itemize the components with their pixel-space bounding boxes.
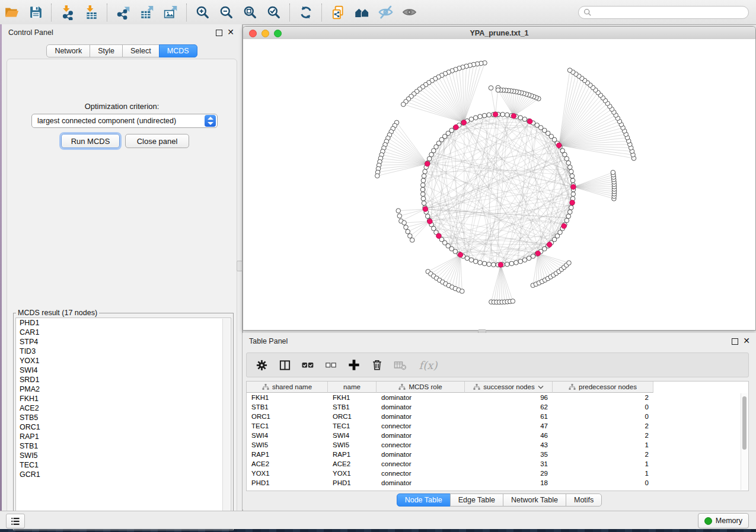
table-row[interactable]: YOX1YOX1connector291 [247,469,748,478]
mcds-result-item[interactable]: STB5 [16,413,231,422]
zoom-fit-button[interactable] [238,2,262,23]
panel-splitter-handle[interactable] [237,261,243,271]
mcds-result-item[interactable]: ORC1 [16,422,231,432]
refresh-view-button[interactable] [294,2,318,23]
search-box[interactable] [578,6,749,19]
show-tasks-button[interactable] [6,514,25,528]
tab-mcds[interactable]: MCDS [159,44,197,57]
close-window-icon[interactable] [249,30,257,37]
mcds-result-item[interactable]: RAP1 [16,432,231,441]
network-window-titlebar[interactable]: YPA_prune.txt_1 [243,27,755,40]
mcds-result-item[interactable]: SWI5 [16,451,231,460]
export-image-button[interactable] [159,2,183,23]
mcds-result-item[interactable]: STB1 [16,441,231,451]
mcds-result-list[interactable]: PHD1CAR1STP4TID3YOX1SWI4SRD1PMA2FKH1ACE2… [15,318,231,528]
hide-selected-button[interactable] [374,2,397,23]
column-header-label: name [343,383,361,390]
column-header-label: predecessor nodes [579,383,637,390]
mcds-result-item[interactable]: ACE2 [16,403,231,413]
mcds-result-item[interactable]: PHD1 [16,318,231,328]
select-all-button[interactable] [300,357,315,373]
table-row[interactable]: SWI4SWI4dominator462 [247,431,748,440]
zoom-out-button[interactable] [215,2,238,23]
table-row[interactable]: ACE2ACE2connector311 [247,459,748,469]
table-row[interactable]: RAP1RAP1dominator352 [247,450,748,459]
zoom-in-button[interactable] [191,2,215,23]
save-session-button[interactable] [24,2,47,23]
import-table-button[interactable] [79,2,103,23]
float-panel-icon[interactable] [732,338,738,345]
function-builder-button[interactable]: f(x) [416,357,441,373]
run-mcds-button[interactable]: Run MCDS [61,134,120,148]
import-network-button[interactable] [56,2,79,23]
mcds-result-item[interactable]: YOX1 [16,356,231,366]
mcds-result-items: PHD1CAR1STP4TID3YOX1SWI4SRD1PMA2FKH1ACE2… [16,318,231,479]
mcds-result-item[interactable]: SRD1 [16,375,231,384]
node-table-header: shared namenameMCDS rolesuccessor nodesp… [247,382,748,393]
maximize-window-icon[interactable] [274,30,282,37]
cell-name: STB1 [328,403,377,411]
mcds-result-item[interactable]: TID3 [16,347,231,356]
table-scrollbar-thumb[interactable] [742,396,747,450]
first-neighbors-button[interactable] [350,2,374,23]
mcds-result-item[interactable]: FKH1 [16,394,231,403]
column-browser-button[interactable] [277,357,292,373]
tab-motifs[interactable]: Motifs [566,493,602,507]
column-header[interactable]: predecessor nodes [553,382,653,393]
network-canvas[interactable] [243,39,755,330]
import-table-icon [84,5,99,20]
add-column-button[interactable] [346,357,362,373]
table-row[interactable]: SWI5SWI5connector431 [247,440,748,450]
zoom-out-icon [219,5,234,20]
zoom-selected-button[interactable] [262,2,286,23]
table-row[interactable]: TEC1TEC1connector472 [247,421,748,431]
mcds-result-item[interactable]: CAR1 [16,328,231,337]
tab-network[interactable]: Network [46,44,90,57]
mcds-result-item[interactable]: TEC1 [16,460,231,470]
table-row[interactable]: STB1STB1dominator620 [247,402,748,412]
float-panel-icon[interactable] [216,30,222,36]
export-network-button[interactable] [111,2,135,23]
tab-network-table[interactable]: Network Table [503,493,566,507]
tab-edge-table[interactable]: Edge Table [450,493,503,507]
minimize-window-icon[interactable] [261,30,269,37]
delete-table-button[interactable] [393,357,408,373]
tab-node-table[interactable]: Node Table [397,493,451,507]
deselect-all-button[interactable] [323,357,339,373]
cell-shared_name: YOX1 [247,470,328,477]
clone-network-button[interactable] [326,2,350,23]
column-header[interactable]: shared name [247,382,328,393]
cell-mcds_role: connector [377,422,465,430]
mcds-result-item[interactable]: GCR1 [16,470,231,479]
close-panel-icon[interactable]: ✕ [227,27,234,37]
show-all-button[interactable] [397,2,421,23]
close-panel-icon[interactable]: ✕ [743,336,750,345]
mcds-result-item[interactable]: PMA2 [16,384,231,394]
open-session-button[interactable] [0,2,24,23]
column-header[interactable]: MCDS role [377,382,465,393]
cell-name: RAP1 [328,451,377,458]
cell-predecessor_nodes: 1 [553,441,653,448]
mcds-result-item[interactable]: SWI4 [16,366,231,375]
criterion-dropdown[interactable]: largest connected component (undirected) [31,114,218,128]
memory-button[interactable]: Memory [698,513,749,528]
tab-style[interactable]: Style [90,44,123,57]
search-input[interactable] [595,8,744,17]
table-row[interactable]: PHD1PHD1dominator180 [247,478,748,488]
cell-shared_name: FKH1 [247,394,328,401]
cell-name: ORC1 [328,413,377,420]
close-panel-button[interactable]: Close panel [125,134,189,148]
mcds-list-scrollbar[interactable] [222,319,230,527]
table-options-button[interactable] [254,357,269,373]
table-scrollbar[interactable] [741,393,748,490]
table-row[interactable]: FKH1FKH1dominator962 [247,393,748,402]
delete-column-button[interactable] [369,357,385,373]
table-row[interactable]: ORC1ORC1dominator610 [247,412,748,421]
tab-select[interactable]: Select [122,44,160,57]
column-header[interactable]: name [328,382,377,393]
export-table-button[interactable] [135,2,159,23]
window-controls [249,30,282,37]
mcds-result-item[interactable]: STP4 [16,337,231,347]
cell-successor_nodes: 96 [465,394,553,401]
column-header[interactable]: successor nodes [465,382,553,393]
